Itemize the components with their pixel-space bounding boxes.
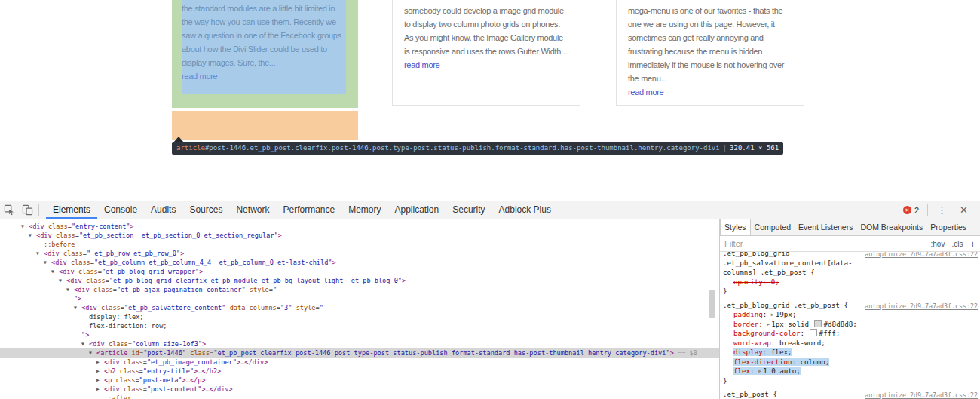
- devtools-toolbar-right: ✕ 2 ⋮ ✕: [903, 204, 980, 216]
- tab-memory[interactable]: Memory: [341, 201, 387, 219]
- tree-row-selected[interactable]: ▼<article id="post-1446" class="et_pb_po…: [0, 348, 719, 358]
- css-property-name: border: [733, 320, 758, 328]
- tooltip-tag: article: [176, 144, 205, 152]
- device-toolbar-icon[interactable]: [18, 201, 36, 219]
- collapse-arrow-icon[interactable]: ▼: [29, 231, 36, 240]
- css-rule: autoptimize_2d9…7a7ad3f.css:22.et_pb_blo…: [720, 252, 980, 299]
- expand-arrow-icon[interactable]: ▶: [96, 367, 104, 376]
- tab-adblock-plus[interactable]: Adblock Plus: [492, 201, 558, 219]
- styles-tab-computed[interactable]: Computed: [751, 219, 795, 235]
- elements-scrollbar[interactable]: [709, 290, 715, 318]
- collapse-arrow-icon[interactable]: ▼: [51, 267, 59, 276]
- shorthand-expand-icon[interactable]: ▶: [771, 312, 774, 318]
- code-token: "3": [280, 304, 292, 312]
- tab-application[interactable]: Application: [388, 201, 446, 219]
- css-property[interactable]: opacity: 0;: [723, 278, 978, 287]
- tab-security[interactable]: Security: [446, 201, 492, 219]
- tree-row[interactable]: ">: [0, 294, 719, 303]
- collapse-arrow-icon[interactable]: ▼: [66, 285, 74, 294]
- devtools-panel: ElementsConsoleAuditsSourcesNetworkPerfo…: [0, 201, 980, 399]
- collapse-arrow-icon[interactable]: ▼: [74, 303, 81, 312]
- css-selector[interactable]: .et_pb_salvattore_content[data-: [723, 259, 978, 269]
- tree-row[interactable]: ::before: [0, 240, 719, 249]
- class-toggle[interactable]: .cls: [951, 240, 963, 248]
- tree-row[interactable]: ▼<div class=" et_pb_row et_pb_row_0">: [0, 249, 719, 258]
- collapse-arrow-icon[interactable]: ▼: [44, 258, 51, 267]
- code-token: "et_pb_blog_grid_wrapper": [102, 268, 199, 275]
- new-style-rule-button[interactable]: +: [969, 239, 975, 249]
- pseudo-state-toggle[interactable]: :hov: [931, 240, 945, 248]
- tree-row[interactable]: ▼<div class="et_pb_salvattore_content" d…: [0, 303, 719, 312]
- devtools-close-icon[interactable]: ✕: [954, 204, 974, 216]
- css-semicolon: ;: [825, 358, 830, 366]
- expand-arrow-icon[interactable]: ▶: [96, 376, 104, 385]
- tree-row[interactable]: ▼<div class="column size-1of3">: [0, 339, 719, 348]
- code-token: <article: [96, 349, 127, 357]
- tab-elements[interactable]: Elements: [46, 201, 97, 219]
- css-selector[interactable]: columns] .et_pb_post {: [723, 268, 978, 278]
- read-more-link-2[interactable]: read more: [404, 58, 439, 72]
- color-swatch[interactable]: [810, 329, 817, 336]
- collapse-arrow-icon[interactable]: ▼: [89, 348, 96, 358]
- css-property[interactable]: padding: ▶19px;: [723, 310, 978, 320]
- tree-row[interactable]: ">: [0, 330, 719, 339]
- tree-row[interactable]: display: flex;: [0, 312, 719, 321]
- styles-tab-properties[interactable]: Properties: [926, 219, 970, 235]
- collapse-arrow-icon[interactable]: ▼: [59, 276, 66, 285]
- expand-arrow-icon[interactable]: ▶: [96, 358, 104, 367]
- shorthand-expand-icon[interactable]: ▶: [767, 321, 770, 327]
- collapse-arrow-icon[interactable]: ▼: [36, 249, 44, 258]
- tree-row[interactable]: ▶<h2 class="entry-title">…</h2>: [0, 367, 719, 376]
- css-property[interactable]: background-color: #fff;: [723, 329, 978, 339]
- tab-audits[interactable]: Audits: [144, 201, 182, 219]
- code-token: "et_pb_column et_pb_column_4_4 et_pb_col…: [94, 259, 332, 266]
- stylesheet-link[interactable]: autoptimize_2d9…7a7ad3f.css:22: [865, 391, 978, 399]
- code-token: >: [78, 295, 81, 302]
- code-token: ::after: [104, 394, 131, 399]
- styles-tab-dom-breakpoints[interactable]: DOM Breakpoints: [856, 219, 926, 235]
- tree-row[interactable]: flex-direction: row;: [0, 321, 719, 330]
- tree-row[interactable]: ▼<div class="et_pb_column et_pb_column_4…: [0, 258, 719, 267]
- tree-row[interactable]: ▶<div class="et_pb_image_container">…</d…: [0, 358, 719, 367]
- css-property-value: column: [801, 358, 825, 366]
- code-token: class: [116, 367, 139, 375]
- tree-row[interactable]: ▼<div class="entry-content">: [0, 222, 719, 231]
- code-token: <div: [66, 277, 82, 284]
- shorthand-expand-icon[interactable]: ▶: [758, 368, 761, 374]
- tab-sources[interactable]: Sources: [182, 201, 229, 219]
- collapse-arrow-icon[interactable]: ▼: [81, 339, 89, 348]
- tab-console[interactable]: Console: [97, 201, 144, 219]
- read-more-link-3[interactable]: read more: [628, 85, 663, 99]
- css-property[interactable]: word-wrap: break-word;: [723, 339, 978, 348]
- css-property[interactable]: flex-direction: column;: [723, 358, 978, 367]
- expand-arrow-icon[interactable]: ▶: [96, 385, 104, 394]
- tab-performance[interactable]: Performance: [276, 201, 341, 219]
- styles-tab-event-listeners[interactable]: Event Listeners: [795, 219, 856, 235]
- devtools-menu-icon[interactable]: ⋮: [930, 204, 954, 216]
- tree-row[interactable]: ▼<div class="et_pb_blog_grid_wrapper">: [0, 267, 719, 276]
- devtools-main: ▼<div class="entry-content">▼<div class=…: [0, 219, 980, 399]
- tab-network[interactable]: Network: [229, 201, 276, 219]
- styles-filter-input[interactable]: Filter: [724, 239, 931, 248]
- tree-row[interactable]: ▶<div class="post-content">…</div>: [0, 385, 719, 394]
- inspect-element-icon[interactable]: [0, 201, 18, 219]
- stylesheet-link[interactable]: autoptimize_2d9…7a7ad3f.css:22: [865, 302, 978, 312]
- color-swatch[interactable]: [814, 320, 822, 327]
- styles-tab-styles[interactable]: Styles: [720, 219, 751, 235]
- css-property[interactable]: flex: ▶1 0 auto;: [723, 367, 978, 376]
- code-token: class: [52, 232, 75, 239]
- blog-card-1-excerpt: the standard modules are a little bit li…: [182, 4, 341, 67]
- tree-row[interactable]: ▼<div class="et_pb_blog_grid clearfix et…: [0, 276, 719, 285]
- tree-row[interactable]: ▶<p class="post-meta">…</p>: [0, 376, 719, 385]
- code-token: class: [90, 286, 113, 293]
- collapse-arrow-icon[interactable]: ▼: [21, 222, 29, 231]
- css-property[interactable]: display: flex;: [723, 348, 978, 358]
- error-count-badge[interactable]: ✕ 2: [903, 206, 919, 215]
- read-more-link-1[interactable]: read more: [182, 69, 217, 83]
- tree-row[interactable]: ::after: [0, 394, 719, 399]
- tree-row[interactable]: ▼<div class="et_pb_ajax_pagination_conta…: [0, 285, 719, 294]
- css-property[interactable]: border: ▶1px solid #d8d8d8;: [723, 320, 978, 330]
- stylesheet-link[interactable]: autoptimize_2d9…7a7ad3f.css:22: [865, 252, 978, 259]
- code-token: >: [85, 331, 89, 339]
- tree-row[interactable]: ▼<div class="et_pb_section et_pb_section…: [0, 231, 719, 240]
